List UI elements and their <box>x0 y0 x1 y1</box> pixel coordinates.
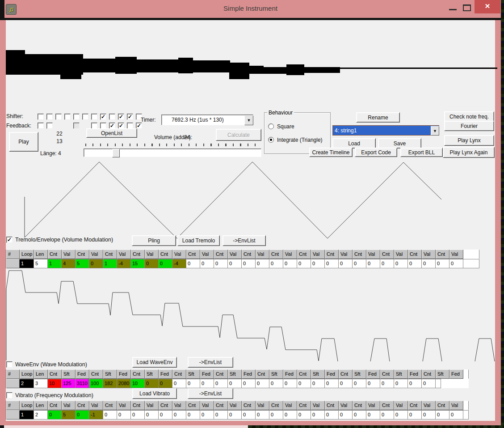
tremolo-envlist-button[interactable]: ->EnvList <box>223 235 266 246</box>
load-waveenv-button[interactable]: Load WaveEnv <box>132 357 177 368</box>
row-selector[interactable] <box>6 259 20 268</box>
table-cell[interactable]: 0 <box>380 259 394 268</box>
table-cell[interactable]: 4 <box>62 259 76 268</box>
volume-slider-track[interactable] <box>84 148 261 157</box>
table-cell[interactable]: 125 <box>62 379 76 388</box>
tremolo-label[interactable]: Tremolo/Envelope (Volume Modulation) <box>15 237 113 243</box>
square-radio[interactable] <box>268 123 274 129</box>
table-cell[interactable]: 0 <box>353 379 366 388</box>
shifter-checkbox-8[interactable]: ✓ <box>100 114 106 120</box>
table-cell[interactable]: 1 <box>48 259 62 268</box>
rename-button[interactable]: Rename <box>356 112 400 123</box>
table-cell[interactable]: 2080 <box>117 379 131 388</box>
table-cell[interactable]: 0 <box>228 410 242 420</box>
row-selector[interactable] <box>6 379 20 388</box>
play-lynx-again-button[interactable]: Play Lynx Again <box>443 147 495 158</box>
table-cell[interactable]: 0 <box>449 259 463 268</box>
table-cell[interactable]: 0 <box>269 379 283 388</box>
table-cell[interactable]: 5 <box>62 410 76 420</box>
table-cell[interactable]: 0 <box>311 379 325 388</box>
table-cell[interactable]: 0 <box>408 410 422 420</box>
table-cell[interactable]: 0 <box>214 259 228 268</box>
table-cell[interactable]: 0 <box>366 379 380 388</box>
table-cell[interactable]: 0 <box>325 259 339 268</box>
check-note-freq-button[interactable]: Check note freq. <box>444 111 494 122</box>
vibrato-checkbox[interactable] <box>6 392 13 398</box>
play-lynx-button[interactable]: Play Lynx <box>444 135 494 146</box>
table-cell[interactable]: 0 <box>339 410 353 420</box>
table-cell[interactable]: 1 <box>20 259 34 268</box>
table-cell[interactable]: 0 <box>366 410 380 420</box>
table-cell[interactable]: 0 <box>172 410 186 420</box>
table-cell[interactable]: 0 <box>283 379 297 388</box>
feedback-checkbox-10[interactable]: ✓ <box>118 123 124 129</box>
maximize-button[interactable] <box>463 4 471 11</box>
table-cell[interactable]: 0 <box>214 410 228 420</box>
shifter-checkbox-4[interactable] <box>64 114 71 120</box>
table-cell[interactable]: 0 <box>353 410 366 420</box>
table-cell[interactable]: 0 <box>297 259 311 268</box>
shifter-checkbox-10[interactable]: ✓ <box>118 114 124 120</box>
feedback-checkbox-11[interactable] <box>127 123 133 129</box>
feedback-checkbox-2[interactable] <box>46 123 53 129</box>
table-cell[interactable]: 0 <box>214 379 228 388</box>
table-cell[interactable]: 0 <box>422 259 436 268</box>
table-cell[interactable]: 0 <box>117 410 131 420</box>
table-cell[interactable]: 0 <box>242 259 256 268</box>
table-cell[interactable]: 2 <box>34 410 48 420</box>
timer-dropdown-arrow-icon[interactable]: ▼ <box>244 115 253 125</box>
close-button[interactable]: ✕ <box>475 0 500 13</box>
volume-slider-thumb[interactable] <box>112 149 120 157</box>
feedback-checkbox-9[interactable]: ✓ <box>109 123 115 129</box>
square-radio-label[interactable]: Square <box>277 123 294 130</box>
timer-combobox[interactable]: 7692.3 Hz (1us * 130) <box>161 114 253 125</box>
shifter-checkbox-5[interactable] <box>73 114 80 120</box>
minimize-button[interactable] <box>449 9 457 10</box>
table-cell[interactable]: 0 <box>76 410 89 420</box>
table-cell[interactable]: 2 <box>20 379 34 388</box>
save-button[interactable]: Save <box>378 138 421 148</box>
export-bll-button[interactable]: Export BLL <box>400 148 443 157</box>
table-cell[interactable]: -4 <box>172 259 186 268</box>
waveenv-envlist-button[interactable]: ->EnvList <box>188 357 233 368</box>
shifter-checkbox-2[interactable] <box>46 114 53 120</box>
table-cell[interactable]: 0 <box>436 259 449 268</box>
table-cell[interactable]: 0 <box>172 379 186 388</box>
table-cell[interactable]: 0 <box>408 379 422 388</box>
table-cell[interactable]: 0 <box>283 259 297 268</box>
load-button[interactable]: Load <box>332 138 376 148</box>
table-cell[interactable]: 0 <box>145 259 159 268</box>
create-timeline-button[interactable]: Create Timeline <box>309 148 353 157</box>
table-cell[interactable]: 0 <box>380 379 394 388</box>
table-cell[interactable]: 0 <box>366 259 380 268</box>
fourier-button[interactable]: Fourier <box>444 121 494 131</box>
table-cell[interactable]: 0 <box>186 259 200 268</box>
table-cell[interactable]: 0 <box>436 410 449 420</box>
pling-button[interactable]: Pling <box>132 235 176 246</box>
vibrato-label[interactable]: Vibrato (Frequency Modulation) <box>15 392 93 398</box>
table-cell[interactable]: 0 <box>297 410 311 420</box>
load-tremolo-button[interactable]: Load Tremolo <box>177 235 220 246</box>
table-cell[interactable]: 0 <box>325 379 339 388</box>
table-cell[interactable]: 5 <box>76 259 89 268</box>
feedback-checkbox-5[interactable] <box>73 123 80 129</box>
shifter-checkbox-7[interactable] <box>91 114 97 120</box>
table-cell[interactable]: 0 <box>48 410 62 420</box>
table-cell[interactable]: 1 <box>103 259 117 268</box>
table-cell[interactable]: 182 <box>103 379 117 388</box>
openlist-button[interactable]: OpenList <box>86 128 137 138</box>
table-cell[interactable]: 0 <box>159 259 172 268</box>
table-cell[interactable]: 0 <box>159 379 172 388</box>
table-cell[interactable]: 0 <box>339 259 353 268</box>
table-cell[interactable]: 0 <box>311 259 325 268</box>
table-cell[interactable]: 0 <box>228 259 242 268</box>
waveenv-checkbox[interactable] <box>6 361 13 368</box>
play-button[interactable]: Play <box>9 132 38 152</box>
table-cell[interactable]: 0 <box>131 410 145 420</box>
shifter-checkbox-9[interactable] <box>109 114 115 120</box>
title-bar[interactable]: ♫ Simple Instrument ✕ <box>0 0 501 18</box>
shifter-checkbox-11[interactable]: ✓ <box>127 114 133 120</box>
table-cell[interactable]: -1 <box>89 410 103 420</box>
table-cell[interactable]: 0 <box>325 410 339 420</box>
table-cell[interactable]: 1 <box>20 410 34 420</box>
